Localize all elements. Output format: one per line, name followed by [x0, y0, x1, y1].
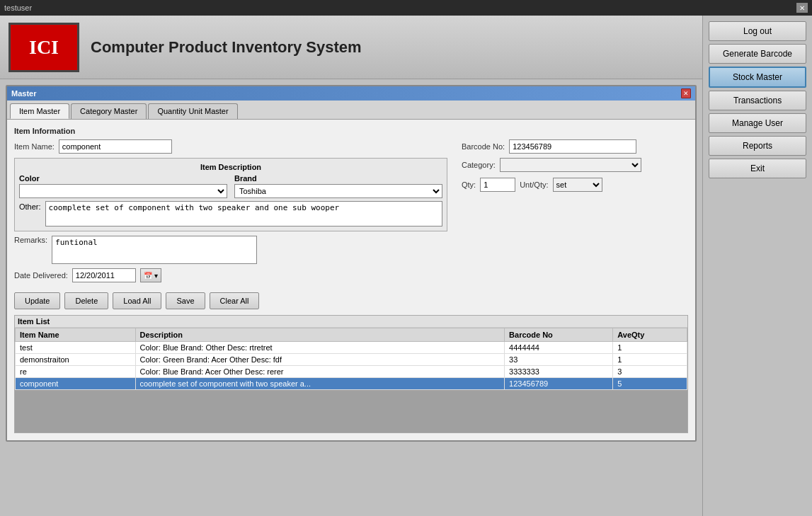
- window-close-button[interactable]: ✕: [681, 88, 691, 98]
- item-name-label: Item Name:: [14, 142, 55, 151]
- date-input[interactable]: [72, 268, 136, 282]
- sidebar: Log out Generate Barcode Stock Master Tr…: [702, 16, 812, 516]
- clear-all-button[interactable]: Clear All: [210, 292, 260, 309]
- item-info-section: Item Name: Item Description Color: [14, 139, 688, 288]
- save-button[interactable]: Save: [166, 292, 205, 309]
- col-barcode: Barcode No: [505, 328, 613, 342]
- barcode-row: Barcode No:: [462, 139, 688, 154]
- desc-row: Color Blue Green Red Brand: [19, 174, 442, 198]
- left-section: Item Name: Item Description Color: [14, 139, 447, 288]
- table-footer-area: [15, 390, 687, 432]
- unit-select[interactable]: set pc: [553, 178, 602, 192]
- cell-qty: 1: [613, 342, 687, 354]
- date-delivered-label: Date Delivered:: [14, 271, 68, 280]
- tab-category-master[interactable]: Category Master: [71, 103, 147, 119]
- brand-select[interactable]: Toshiba Acer Dell: [234, 184, 442, 198]
- buttons-row: Update Delete Load All Save Clear All: [14, 292, 688, 309]
- window-title: Master: [11, 89, 36, 98]
- table-header-row: Item Name Description Barcode No AveQty: [16, 328, 687, 342]
- remarks-textarea[interactable]: funtional: [52, 236, 257, 264]
- app-title: Computer Product Inventory System: [91, 38, 362, 57]
- col-aveqty: AveQty: [613, 328, 687, 342]
- calendar-button[interactable]: 📅 ▾: [140, 268, 161, 282]
- delete-button[interactable]: Delete: [64, 292, 108, 309]
- qty-row: Qty: Unt/Qty: set pc: [462, 178, 688, 192]
- item-list-section: Item List Item Name Description Barcode …: [14, 315, 688, 433]
- table-row[interactable]: demonstraiton Color: Green Brand: Acer O…: [16, 354, 687, 366]
- col-item-name: Item Name: [16, 328, 136, 342]
- window-title-bar: Master ✕: [7, 86, 695, 101]
- category-label: Category:: [462, 161, 496, 169]
- cell-description: coomplete set of component with two spea…: [135, 378, 505, 390]
- right-section: Barcode No: Category: Qty: Un: [462, 139, 688, 288]
- cell-description: Color: Green Brand: Acer Other Desc: fdf: [135, 354, 505, 366]
- item-table-body: test Color: Blue Brand: Other Desc: rtre…: [16, 342, 687, 390]
- color-label: Color: [19, 174, 227, 183]
- generate-barcode-button[interactable]: Generate Barcode: [709, 44, 806, 64]
- cell-name: test: [16, 342, 136, 354]
- header-bar: ICI Computer Product Inventory System: [0, 16, 702, 79]
- cell-description: Color: Blue Brand: Other Desc: rtretret: [135, 342, 505, 354]
- item-information-label: Item Information: [14, 127, 688, 135]
- tab-quantity-unit-master[interactable]: Quantity Unit Master: [148, 103, 237, 119]
- logout-button[interactable]: Log out: [709, 21, 806, 41]
- update-button[interactable]: Update: [14, 292, 60, 309]
- other-textarea[interactable]: coomplete set of component with two spea…: [45, 201, 442, 227]
- item-description-label: Item Description: [19, 163, 442, 171]
- logo-text: ICI: [29, 36, 59, 59]
- reports-button[interactable]: Reports: [709, 136, 806, 156]
- brand-label: Brand: [234, 174, 442, 183]
- brand-col: Brand Toshiba Acer Dell: [234, 174, 442, 198]
- table-wrapper[interactable]: Item Name Description Barcode No AveQty …: [15, 328, 687, 432]
- remarks-row: Remarks: funtional: [14, 236, 447, 264]
- content-area: ICI Computer Product Inventory System Ma…: [0, 16, 702, 516]
- stock-master-button[interactable]: Stock Master: [709, 67, 806, 88]
- color-col: Color Blue Green Red: [19, 174, 227, 198]
- load-all-button[interactable]: Load All: [113, 292, 161, 309]
- category-select[interactable]: [500, 158, 641, 172]
- cell-qty: 3: [613, 366, 687, 378]
- cell-barcode: 33: [505, 354, 613, 366]
- category-row: Category:: [462, 158, 688, 172]
- table-row[interactable]: component coomplete set of component wit…: [16, 378, 687, 390]
- qty-input[interactable]: [480, 178, 515, 192]
- tab-item-master[interactable]: Item Master: [10, 103, 69, 119]
- title-bar-text: testuser: [4, 4, 32, 12]
- transactions-button[interactable]: Transactions: [709, 91, 806, 110]
- cell-qty: 1: [613, 354, 687, 366]
- unit-qty-label: Unt/Qty:: [520, 180, 548, 189]
- master-window: Master ✕ Item Master Category Master Qua…: [6, 85, 697, 442]
- item-table: Item Name Description Barcode No AveQty …: [15, 328, 687, 390]
- cell-name: demonstraiton: [16, 354, 136, 366]
- cell-name: component: [16, 378, 136, 390]
- item-name-row: Item Name:: [14, 139, 447, 154]
- cell-qty: 5: [613, 378, 687, 390]
- qty-label: Qty:: [462, 180, 476, 189]
- col-description: Description: [135, 328, 505, 342]
- table-row[interactable]: test Color: Blue Brand: Other Desc: rtre…: [16, 342, 687, 354]
- remarks-label: Remarks:: [14, 236, 47, 244]
- title-bar: testuser ✕: [0, 0, 812, 16]
- panel-content: Item Information Item Name: Item Descrip…: [7, 120, 695, 440]
- color-select[interactable]: Blue Green Red: [19, 184, 227, 198]
- item-name-input[interactable]: [59, 139, 172, 154]
- cell-name: re: [16, 366, 136, 378]
- other-row: Other: coomplete set of component with t…: [19, 201, 442, 227]
- title-bar-close-button[interactable]: ✕: [796, 3, 808, 13]
- cell-barcode: 4444444: [505, 342, 613, 354]
- cell-description: Color: Blue Brand: Acer Other Desc: rere…: [135, 366, 505, 378]
- description-box: Item Description Color Blue Green Red: [14, 158, 447, 231]
- logo: ICI: [8, 23, 79, 72]
- other-label: Other:: [19, 201, 41, 211]
- cell-barcode: 3333333: [505, 366, 613, 378]
- table-row[interactable]: re Color: Blue Brand: Acer Other Desc: r…: [16, 366, 687, 378]
- barcode-input[interactable]: [509, 139, 636, 154]
- barcode-label: Barcode No:: [462, 142, 505, 151]
- tabs-container: Item Master Category Master Quantity Uni…: [7, 101, 695, 120]
- date-row: Date Delivered: 📅 ▾: [14, 268, 447, 282]
- cell-barcode: 123456789: [505, 378, 613, 390]
- manage-user-button[interactable]: Manage User: [709, 113, 806, 133]
- exit-button[interactable]: Exit: [709, 159, 806, 178]
- item-list-title: Item List: [15, 316, 687, 328]
